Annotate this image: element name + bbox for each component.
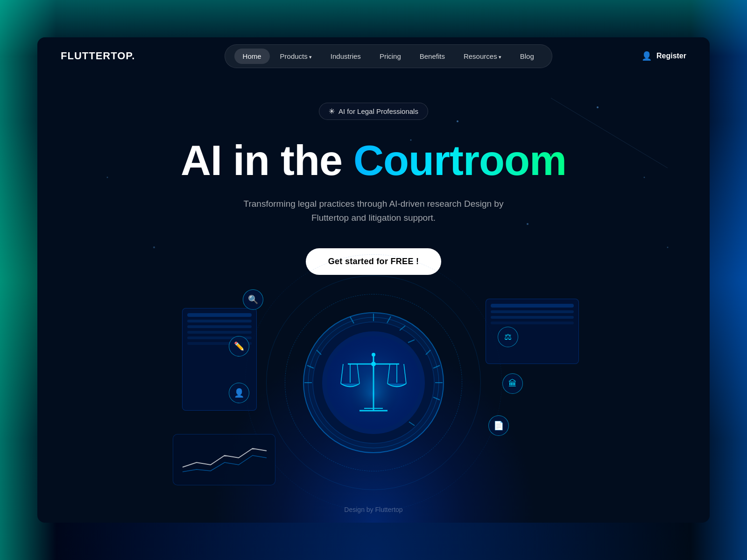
footer-credit: Design by Fluttertop [344, 506, 402, 513]
badge-star-icon: ✳ [329, 107, 335, 116]
register-button[interactable]: 👤 Register [641, 51, 686, 61]
ring-3 [245, 254, 502, 511]
nav-blog[interactable]: Blog [512, 49, 543, 64]
edit-icon-bubble: ✏️ [229, 336, 249, 357]
nav-benefits[interactable]: Benefits [411, 49, 453, 64]
search-icon-bubble: 🔍 [243, 289, 263, 310]
nav-products[interactable]: Products [272, 49, 320, 64]
gavel-icon-bubble: ⚖ [498, 327, 518, 347]
main-container: FLUTTERTOP. Home Products Industries Pri… [37, 37, 710, 523]
nav-pricing[interactable]: Pricing [371, 49, 409, 64]
navbar: FLUTTERTOP. Home Products Industries Pri… [37, 37, 710, 75]
hero-section: ✳ AI for Legal Professionals AI in the C… [37, 75, 710, 275]
hero-badge: ✳ AI for Legal Professionals [319, 103, 428, 120]
nav-center: Home Products Industries Pricing Benefit… [225, 44, 552, 68]
nav-resources[interactable]: Resources [455, 49, 510, 64]
nav-industries[interactable]: Industries [322, 49, 369, 64]
user-icon: 👤 [641, 51, 652, 61]
logo: FLUTTERTOP. [61, 50, 135, 62]
person-icon-bubble: 👤 [229, 383, 249, 403]
nav-home[interactable]: Home [234, 49, 270, 64]
chart-card [173, 434, 275, 485]
central-orb-container [299, 308, 448, 457]
hero-title-gradient: Courtroom [353, 137, 566, 184]
building-icon-bubble: 🏛 [502, 373, 523, 394]
hero-title: AI in the Courtroom [37, 139, 710, 183]
document-icon-bubble: 📄 [488, 415, 509, 436]
hero-subtitle: Transforming legal practices through AI-… [238, 197, 509, 225]
hero-visual: 🔍 ✏️ 👤 ⚖ 🏛 📄 [163, 271, 584, 495]
chart-svg [178, 439, 271, 476]
